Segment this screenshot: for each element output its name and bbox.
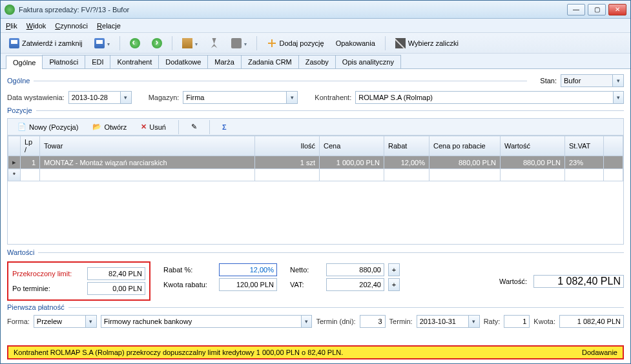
add-row-button[interactable]: Dodaj pozycję xyxy=(262,36,329,50)
termindni-label: Termin (dni): xyxy=(316,318,355,325)
tab-edi[interactable]: EDI xyxy=(85,55,110,68)
tab-ogolne[interactable]: Ogólne xyxy=(6,56,43,69)
tab-zadania[interactable]: Zadania CRM xyxy=(241,55,299,68)
data-dropdown[interactable]: ▾ xyxy=(120,91,132,104)
poterminie-label: Po terminie: xyxy=(12,285,83,292)
table-row-new[interactable]: * xyxy=(8,169,623,181)
termindni-field[interactable] xyxy=(360,315,386,328)
rabatpct-label: Rabat %: xyxy=(163,266,215,274)
col-stvat[interactable]: St.VAT xyxy=(565,136,604,156)
col-cpr[interactable]: Cena po rabacie xyxy=(429,136,501,156)
kontrahent-field[interactable] xyxy=(355,91,612,104)
save-close-button[interactable]: Zatwierdź i zamknij xyxy=(5,36,87,50)
toolbar: Zatwierdź i zamknij Dodaj pozycję Opakow… xyxy=(1,33,630,54)
stan-label: Stan: xyxy=(540,77,557,85)
kwota-field xyxy=(559,315,624,328)
col-towar[interactable]: Towar xyxy=(40,136,255,156)
cut-button[interactable] xyxy=(205,36,224,50)
plus-icon xyxy=(267,38,277,48)
rachunek-field[interactable] xyxy=(101,315,302,328)
window-title: Faktura sprzedaży: FV/?/13 - Bufor xyxy=(19,6,567,14)
separator xyxy=(385,36,386,50)
grid-open-button[interactable]: 📂 Otwórz xyxy=(88,121,131,133)
print-button[interactable] xyxy=(227,36,251,50)
advances-button[interactable]: Wybierz zaliczki xyxy=(391,36,463,50)
forma-field[interactable] xyxy=(34,315,85,328)
grid-edit-button[interactable]: ✎ xyxy=(187,121,202,133)
tab-marza[interactable]: Marża xyxy=(207,55,242,68)
col-wartosc[interactable]: Wartość xyxy=(501,136,565,156)
minimize-button[interactable]: — xyxy=(567,4,585,15)
col-rabat[interactable]: Rabat xyxy=(384,136,429,156)
vat-value xyxy=(326,278,384,291)
termin-dropdown[interactable]: ▾ xyxy=(468,315,480,328)
close-button[interactable]: ✕ xyxy=(608,4,626,15)
tools-icon xyxy=(182,38,192,48)
kontrahent-dropdown[interactable]: ▾ xyxy=(613,91,624,104)
save-close-label: Zatwierdź i zamknij xyxy=(22,39,83,47)
stan-field[interactable] xyxy=(561,74,612,87)
termin-field[interactable] xyxy=(417,315,468,328)
rachunek-dropdown[interactable]: ▾ xyxy=(301,315,312,328)
tab-kontrahent[interactable]: Kontrahent xyxy=(110,55,159,68)
cell-cena[interactable]: 1 000,00 PLN xyxy=(320,156,384,169)
forma-dropdown[interactable]: ▾ xyxy=(85,315,97,328)
rabatpct-field[interactable] xyxy=(219,263,277,276)
netto-expand-button[interactable]: + xyxy=(388,263,400,276)
cell-rabat: 12,00% xyxy=(384,156,429,169)
cell-lp: 1 xyxy=(21,156,40,169)
cell-wartosc: 880,00 PLN xyxy=(501,156,565,169)
kwota-label: Kwota: xyxy=(533,318,555,325)
save-button[interactable] xyxy=(90,36,114,50)
menu-czynnosci[interactable]: Czynności xyxy=(55,22,88,30)
data-field[interactable] xyxy=(68,91,120,104)
section-wartosci: Wartości xyxy=(7,248,34,256)
grid-delete-button[interactable]: ✕ Usuń xyxy=(136,121,171,133)
stan-dropdown[interactable]: ▾ xyxy=(612,74,624,87)
dropdown-icon xyxy=(107,39,110,47)
nav-back-button[interactable] xyxy=(125,36,145,50)
kontrahent-label: Kontrahent: xyxy=(315,94,351,101)
nav-fwd-button[interactable] xyxy=(147,36,167,50)
magazyn-dropdown[interactable]: ▾ xyxy=(286,91,298,104)
content-panel: Ogólne Stan: ▾ Data wystawienia: ▾ Magaz… xyxy=(1,69,630,343)
tab-zasoby[interactable]: Zasoby xyxy=(298,55,336,68)
grid-new-button[interactable]: 📄 Nowy (Pozycja) xyxy=(13,121,83,133)
data-label: Data wystawienia: xyxy=(7,94,65,101)
tab-platnosci[interactable]: Płatności xyxy=(42,55,85,68)
przekroczony-value xyxy=(87,267,145,280)
arrow-left-icon xyxy=(130,38,140,48)
menubar: Plik Widok Czynności Relacje xyxy=(1,19,630,33)
advances-label: Wybierz zaliczki xyxy=(408,39,459,47)
forma-label: Forma: xyxy=(7,318,30,325)
magazyn-field[interactable] xyxy=(183,91,286,104)
col-cena[interactable]: Cena xyxy=(320,136,384,156)
tools-button[interactable] xyxy=(178,36,202,50)
col-extra xyxy=(604,136,623,156)
col-lp[interactable]: Lp / xyxy=(21,136,40,156)
maximize-button[interactable]: ▢ xyxy=(588,4,606,15)
grid-sum-button[interactable]: Σ xyxy=(218,121,231,133)
table-row[interactable]: ▸ 1 MONTAZ - Montaż wiązań narciarskich … xyxy=(8,156,623,169)
wand-icon xyxy=(395,38,406,48)
app-icon xyxy=(5,5,15,15)
separator xyxy=(172,36,172,50)
col-ilosc[interactable]: Ilość xyxy=(255,136,320,156)
dropdown-icon xyxy=(244,39,247,47)
arrow-right-icon xyxy=(152,38,162,48)
netto-label: Netto: xyxy=(290,266,322,274)
packaging-label: Opakowania xyxy=(336,39,375,47)
tab-dodatkowe[interactable]: Dodatkowe xyxy=(158,55,208,68)
menu-relacje[interactable]: Relacje xyxy=(97,22,121,30)
section-pozycje: Pozycje xyxy=(7,106,32,114)
grid[interactable]: Lp / Towar Ilość Cena Rabat Cena po raba… xyxy=(7,135,624,245)
tab-opis[interactable]: Opis analityczny xyxy=(335,55,401,68)
separator xyxy=(119,36,120,50)
print-icon xyxy=(231,38,242,48)
packaging-button[interactable]: Opakowania xyxy=(331,37,380,49)
kwotarabatu-field[interactable] xyxy=(219,278,277,291)
menu-widok[interactable]: Widok xyxy=(26,22,47,30)
menu-plik[interactable]: Plik xyxy=(6,22,17,30)
vat-expand-button[interactable]: + xyxy=(388,278,400,291)
netto-value xyxy=(326,263,384,276)
